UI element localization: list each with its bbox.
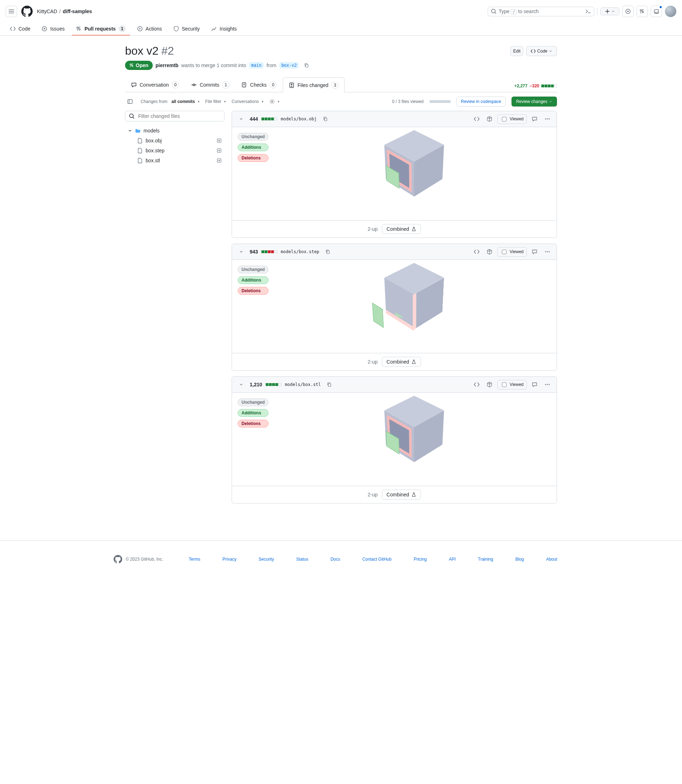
- comment-icon: [532, 249, 537, 254]
- pr-author[interactable]: pierremtb: [156, 62, 178, 68]
- viewed-checkbox[interactable]: Viewed: [497, 380, 527, 390]
- subtab-checks[interactable]: Checks0: [236, 77, 283, 92]
- copyright: © 2023 GitHub, Inc.: [126, 557, 163, 562]
- footer-link[interactable]: Training: [478, 557, 493, 562]
- breadcrumb-repo[interactable]: diff-samples: [63, 8, 92, 14]
- legend-deletions: Deletions: [237, 287, 269, 295]
- base-branch[interactable]: main: [249, 62, 264, 68]
- diff-settings-menu[interactable]: [269, 99, 280, 104]
- tab-issues[interactable]: Issues: [37, 23, 69, 35]
- tree-file[interactable]: box.obj: [125, 136, 225, 146]
- edit-button[interactable]: Edit: [510, 46, 524, 56]
- subtab-conversation[interactable]: Conversation0: [125, 77, 185, 92]
- head-branch[interactable]: box-v2: [279, 62, 299, 68]
- pr-icon: [76, 26, 82, 32]
- tree-folder[interactable]: models: [125, 126, 225, 136]
- view-mode-2up[interactable]: 2-up: [368, 226, 378, 232]
- github-logo[interactable]: [21, 6, 33, 17]
- copy-branch-button[interactable]: [301, 60, 312, 70]
- folder-icon: [135, 128, 141, 134]
- diff-added-icon: [217, 148, 221, 153]
- tab-security[interactable]: Security: [169, 23, 204, 35]
- collapse-file-button[interactable]: [236, 247, 246, 257]
- review-changes-button[interactable]: Review changes: [512, 97, 557, 107]
- view-source-button[interactable]: [472, 114, 482, 124]
- tree-file[interactable]: box.step: [125, 146, 225, 156]
- file-path[interactable]: models/box.step: [280, 249, 319, 254]
- comment-button[interactable]: [530, 380, 540, 390]
- footer-link[interactable]: Pricing: [414, 557, 427, 562]
- checklist-icon: [242, 82, 247, 88]
- tab-code[interactable]: Code: [6, 23, 35, 35]
- subtab-files[interactable]: Files changed3: [283, 77, 344, 92]
- changes-from-menu[interactable]: Changes from all commits: [141, 99, 200, 104]
- file-filter-menu[interactable]: File filter: [205, 99, 226, 104]
- file-path[interactable]: models/box.obj: [280, 116, 317, 121]
- view-source-button[interactable]: [472, 380, 482, 390]
- copy-path-button[interactable]: [320, 114, 330, 124]
- comment-button[interactable]: [530, 247, 540, 257]
- footer-link[interactable]: About: [546, 557, 557, 562]
- tab-insights[interactable]: Insights: [207, 23, 241, 35]
- create-menu-button[interactable]: [600, 8, 620, 15]
- view-mode-combined[interactable]: Combined: [382, 224, 421, 234]
- copy-path-button[interactable]: [324, 380, 334, 390]
- view-rich-button[interactable]: [484, 247, 494, 257]
- viewed-checkbox[interactable]: Viewed: [497, 114, 527, 124]
- file-menu-button[interactable]: [542, 380, 552, 390]
- footer-link[interactable]: Privacy: [222, 557, 236, 562]
- footer-link[interactable]: Docs: [330, 557, 340, 562]
- collapse-file-button[interactable]: [236, 114, 246, 124]
- footer-link[interactable]: API: [449, 557, 456, 562]
- tab-pull-requests[interactable]: Pull requests1: [72, 23, 130, 35]
- collapse-file-button[interactable]: [236, 380, 246, 390]
- subtab-commits[interactable]: Commits1: [185, 77, 236, 92]
- diff-added-icon: [217, 158, 221, 163]
- legend-additions: Additions: [237, 276, 269, 284]
- view-mode-2up[interactable]: 2-up: [368, 359, 378, 365]
- review-in-codespace-button[interactable]: Review in codespace: [456, 97, 506, 107]
- copy-path-button[interactable]: [323, 247, 333, 257]
- chevron-down-icon: [239, 117, 243, 121]
- view-rich-button[interactable]: [484, 380, 494, 390]
- viewed-input[interactable]: [502, 117, 507, 121]
- chevron-down-icon: [239, 250, 243, 254]
- plus-icon: [605, 9, 610, 14]
- file-menu-button[interactable]: [542, 114, 552, 124]
- comment-button[interactable]: [530, 114, 540, 124]
- issues-shortcut[interactable]: [622, 6, 634, 17]
- viewed-input[interactable]: [502, 250, 507, 254]
- file-menu-button[interactable]: [542, 247, 552, 257]
- pulls-shortcut[interactable]: [637, 6, 648, 17]
- footer-link[interactable]: Security: [258, 557, 274, 562]
- footer-link[interactable]: Blog: [515, 557, 524, 562]
- view-source-button[interactable]: [472, 247, 482, 257]
- file-diff: 444 models/box.obj Viewed Unchanged Addi…: [232, 111, 557, 238]
- view-mode-combined[interactable]: Combined: [382, 490, 421, 499]
- footer-link[interactable]: Terms: [189, 557, 200, 562]
- tree-file[interactable]: box.stl: [125, 156, 225, 165]
- search-input[interactable]: Type / to search: [488, 7, 594, 16]
- file-path[interactable]: models/box.stl: [285, 382, 321, 387]
- toggle-tree-button[interactable]: [125, 97, 135, 107]
- search-icon: [491, 8, 497, 14]
- viewed-input[interactable]: [502, 382, 507, 387]
- footer-link[interactable]: Contact GitHub: [362, 557, 392, 562]
- file-filter-field[interactable]: [137, 113, 221, 119]
- menu-button[interactable]: [6, 6, 17, 17]
- view-mode-2up[interactable]: 2-up: [368, 492, 378, 498]
- file-filter-input[interactable]: [125, 111, 225, 121]
- notifications-button[interactable]: [651, 6, 662, 17]
- beaker-icon: [411, 492, 416, 497]
- viewed-checkbox[interactable]: Viewed: [497, 247, 527, 257]
- footer-link[interactable]: Status: [296, 557, 308, 562]
- code-button[interactable]: Code: [526, 46, 557, 56]
- view-mode-combined[interactable]: Combined: [382, 357, 421, 367]
- avatar[interactable]: [665, 6, 676, 17]
- breadcrumb-owner[interactable]: KittyCAD: [37, 8, 57, 14]
- conversations-menu[interactable]: Conversations: [232, 99, 264, 104]
- page-title: box v2 #2: [125, 45, 174, 57]
- view-rich-button[interactable]: [484, 114, 494, 124]
- tab-actions[interactable]: Actions: [133, 23, 166, 35]
- diff-icon: [289, 83, 295, 88]
